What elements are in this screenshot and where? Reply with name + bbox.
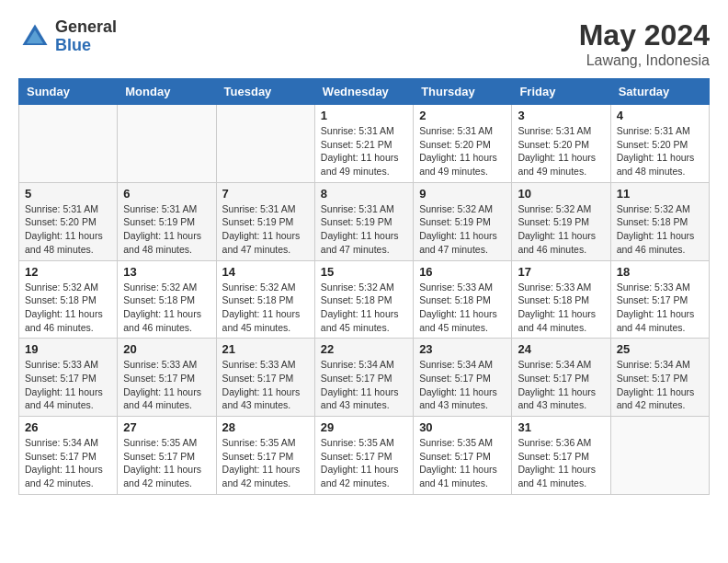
- calendar-cell: 10Sunrise: 5:32 AM Sunset: 5:19 PM Dayli…: [512, 182, 610, 260]
- day-info: Sunrise: 5:34 AM Sunset: 5:17 PM Dayligh…: [321, 358, 407, 412]
- calendar-cell: 22Sunrise: 5:34 AM Sunset: 5:17 PM Dayli…: [314, 339, 413, 417]
- week-row-5: 26Sunrise: 5:34 AM Sunset: 5:17 PM Dayli…: [19, 417, 710, 495]
- day-info: Sunrise: 5:34 AM Sunset: 5:17 PM Dayligh…: [419, 358, 506, 412]
- calendar-cell: 23Sunrise: 5:34 AM Sunset: 5:17 PM Dayli…: [414, 339, 512, 417]
- week-row-3: 12Sunrise: 5:32 AM Sunset: 5:18 PM Dayli…: [19, 260, 710, 339]
- weekday-header-sunday: Sunday: [19, 79, 118, 105]
- logo-text: General Blue: [55, 18, 117, 55]
- logo-general: General: [55, 18, 117, 37]
- day-number: 13: [123, 265, 210, 279]
- week-row-1: 1Sunrise: 5:31 AM Sunset: 5:21 PM Daylig…: [19, 105, 710, 183]
- day-info: Sunrise: 5:33 AM Sunset: 5:17 PM Dayligh…: [617, 281, 703, 335]
- day-info: Sunrise: 5:32 AM Sunset: 5:19 PM Dayligh…: [419, 202, 506, 257]
- day-info: Sunrise: 5:35 AM Sunset: 5:17 PM Dayligh…: [321, 436, 407, 490]
- day-number: 15: [321, 265, 407, 279]
- day-info: Sunrise: 5:34 AM Sunset: 5:17 PM Dayligh…: [617, 358, 703, 412]
- weekday-header-row: SundayMondayTuesdayWednesdayThursdayFrid…: [19, 79, 710, 105]
- day-number: 4: [617, 109, 703, 122]
- weekday-header-wednesday: Wednesday: [314, 79, 413, 105]
- calendar-cell: 3Sunrise: 5:31 AM Sunset: 5:20 PM Daylig…: [512, 105, 610, 183]
- calendar-cell: [19, 105, 118, 183]
- day-info: Sunrise: 5:32 AM Sunset: 5:18 PM Dayligh…: [222, 281, 309, 335]
- day-info: Sunrise: 5:31 AM Sunset: 5:20 PM Dayligh…: [25, 202, 111, 257]
- location: Lawang, Indonesia: [579, 52, 710, 69]
- day-number: 19: [25, 342, 111, 356]
- calendar-cell: 2Sunrise: 5:31 AM Sunset: 5:20 PM Daylig…: [414, 105, 512, 183]
- day-number: 27: [123, 420, 210, 434]
- day-number: 18: [617, 265, 703, 279]
- day-number: 10: [518, 187, 604, 201]
- calendar-cell: 29Sunrise: 5:35 AM Sunset: 5:17 PM Dayli…: [314, 417, 413, 495]
- day-info: Sunrise: 5:31 AM Sunset: 5:19 PM Dayligh…: [123, 202, 210, 257]
- day-info: Sunrise: 5:31 AM Sunset: 5:20 PM Dayligh…: [419, 124, 506, 178]
- day-info: Sunrise: 5:33 AM Sunset: 5:18 PM Dayligh…: [419, 281, 506, 335]
- calendar-cell: [216, 105, 314, 183]
- day-number: 31: [518, 420, 604, 434]
- logo-blue: Blue: [55, 37, 117, 55]
- calendar-cell: 16Sunrise: 5:33 AM Sunset: 5:18 PM Dayli…: [414, 260, 512, 339]
- calendar-cell: 17Sunrise: 5:33 AM Sunset: 5:18 PM Dayli…: [512, 260, 610, 339]
- calendar-cell: 19Sunrise: 5:33 AM Sunset: 5:17 PM Dayli…: [19, 339, 118, 417]
- day-number: 1: [321, 109, 407, 122]
- day-number: 11: [617, 187, 703, 201]
- day-number: 21: [222, 342, 309, 356]
- day-info: Sunrise: 5:33 AM Sunset: 5:17 PM Dayligh…: [222, 358, 309, 412]
- day-info: Sunrise: 5:35 AM Sunset: 5:17 PM Dayligh…: [123, 436, 210, 490]
- page-header: General Blue May 2024 Lawang, Indonesia: [18, 18, 710, 69]
- weekday-header-thursday: Thursday: [414, 79, 512, 105]
- calendar-cell: 28Sunrise: 5:35 AM Sunset: 5:17 PM Dayli…: [216, 417, 314, 495]
- calendar-cell: 31Sunrise: 5:36 AM Sunset: 5:17 PM Dayli…: [512, 417, 610, 495]
- calendar-cell: 26Sunrise: 5:34 AM Sunset: 5:17 PM Dayli…: [19, 417, 118, 495]
- day-info: Sunrise: 5:33 AM Sunset: 5:18 PM Dayligh…: [518, 281, 604, 335]
- day-number: 14: [222, 265, 309, 279]
- day-number: 29: [321, 420, 407, 434]
- day-info: Sunrise: 5:31 AM Sunset: 5:20 PM Dayligh…: [518, 124, 604, 178]
- day-info: Sunrise: 5:33 AM Sunset: 5:17 PM Dayligh…: [123, 358, 210, 412]
- calendar-cell: 20Sunrise: 5:33 AM Sunset: 5:17 PM Dayli…: [118, 339, 216, 417]
- calendar-cell: 27Sunrise: 5:35 AM Sunset: 5:17 PM Dayli…: [118, 417, 216, 495]
- day-info: Sunrise: 5:31 AM Sunset: 5:20 PM Dayligh…: [617, 124, 703, 178]
- calendar-cell: 30Sunrise: 5:35 AM Sunset: 5:17 PM Dayli…: [414, 417, 512, 495]
- day-number: 17: [518, 265, 604, 279]
- calendar-cell: 9Sunrise: 5:32 AM Sunset: 5:19 PM Daylig…: [414, 182, 512, 260]
- calendar-cell: [610, 417, 709, 495]
- calendar-cell: 24Sunrise: 5:34 AM Sunset: 5:17 PM Dayli…: [512, 339, 610, 417]
- calendar-cell: 5Sunrise: 5:31 AM Sunset: 5:20 PM Daylig…: [19, 182, 118, 260]
- day-number: 20: [123, 342, 210, 356]
- calendar-cell: 1Sunrise: 5:31 AM Sunset: 5:21 PM Daylig…: [314, 105, 413, 183]
- day-info: Sunrise: 5:31 AM Sunset: 5:19 PM Dayligh…: [321, 202, 407, 257]
- day-number: 3: [518, 109, 604, 122]
- day-number: 23: [419, 342, 506, 356]
- day-number: 7: [222, 187, 309, 201]
- calendar-cell: 21Sunrise: 5:33 AM Sunset: 5:17 PM Dayli…: [216, 339, 314, 417]
- day-info: Sunrise: 5:35 AM Sunset: 5:17 PM Dayligh…: [222, 436, 309, 490]
- day-info: Sunrise: 5:33 AM Sunset: 5:17 PM Dayligh…: [25, 358, 111, 412]
- day-info: Sunrise: 5:31 AM Sunset: 5:19 PM Dayligh…: [222, 202, 309, 257]
- calendar-cell: 13Sunrise: 5:32 AM Sunset: 5:18 PM Dayli…: [118, 260, 216, 339]
- calendar-cell: 8Sunrise: 5:31 AM Sunset: 5:19 PM Daylig…: [314, 182, 413, 260]
- day-number: 30: [419, 420, 506, 434]
- day-number: 12: [25, 265, 111, 279]
- calendar-cell: 6Sunrise: 5:31 AM Sunset: 5:19 PM Daylig…: [118, 182, 216, 260]
- logo: General Blue: [18, 18, 117, 55]
- calendar-cell: 11Sunrise: 5:32 AM Sunset: 5:18 PM Dayli…: [610, 182, 709, 260]
- month-year: May 2024: [579, 18, 710, 52]
- day-info: Sunrise: 5:32 AM Sunset: 5:18 PM Dayligh…: [321, 281, 407, 335]
- day-number: 9: [419, 187, 506, 201]
- day-info: Sunrise: 5:34 AM Sunset: 5:17 PM Dayligh…: [25, 436, 111, 490]
- calendar-cell: 25Sunrise: 5:34 AM Sunset: 5:17 PM Dayli…: [610, 339, 709, 417]
- day-number: 26: [25, 420, 111, 434]
- day-number: 8: [321, 187, 407, 201]
- day-info: Sunrise: 5:31 AM Sunset: 5:21 PM Dayligh…: [321, 124, 407, 178]
- day-number: 5: [25, 187, 111, 201]
- calendar-cell: 12Sunrise: 5:32 AM Sunset: 5:18 PM Dayli…: [19, 260, 118, 339]
- weekday-header-friday: Friday: [512, 79, 610, 105]
- calendar-cell: [118, 105, 216, 183]
- day-number: 28: [222, 420, 309, 434]
- day-number: 2: [419, 109, 506, 122]
- day-info: Sunrise: 5:34 AM Sunset: 5:17 PM Dayligh…: [518, 358, 604, 412]
- day-info: Sunrise: 5:32 AM Sunset: 5:19 PM Dayligh…: [518, 202, 604, 257]
- calendar-cell: 14Sunrise: 5:32 AM Sunset: 5:18 PM Dayli…: [216, 260, 314, 339]
- day-info: Sunrise: 5:32 AM Sunset: 5:18 PM Dayligh…: [617, 202, 703, 257]
- day-info: Sunrise: 5:32 AM Sunset: 5:18 PM Dayligh…: [123, 281, 210, 335]
